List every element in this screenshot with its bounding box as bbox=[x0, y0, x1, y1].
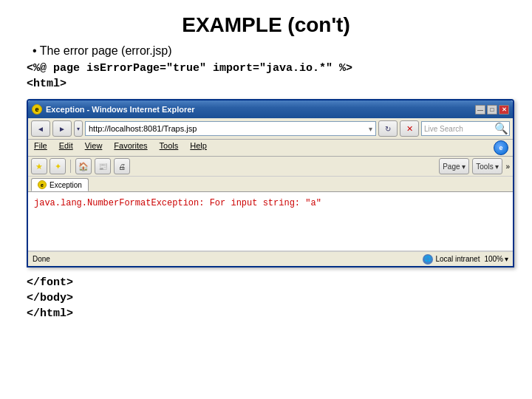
bottom-code-section: </font> </body> </html> bbox=[27, 276, 505, 323]
add-favorites-button[interactable]: ✦ bbox=[50, 158, 66, 174]
browser-window: e Exception - Windows Internet Explorer … bbox=[27, 99, 514, 267]
zoom-indicator[interactable]: 100% ▾ bbox=[484, 255, 508, 263]
code-bottom-2: </body> bbox=[27, 292, 505, 304]
active-tab[interactable]: e Exception bbox=[31, 178, 89, 191]
rss-button[interactable]: 📰 bbox=[95, 158, 111, 174]
menu-tools[interactable]: Tools bbox=[158, 140, 180, 155]
tab-favicon: e bbox=[38, 180, 47, 189]
refresh-button[interactable]: ↻ bbox=[378, 120, 398, 137]
address-text: http://localhost:8081/Traps.jsp bbox=[89, 124, 369, 133]
zone-info: 🌐 Local intranet bbox=[423, 254, 480, 265]
tab-label: Exception bbox=[50, 181, 82, 189]
status-text: Done bbox=[33, 255, 50, 263]
search-bar[interactable]: Live Search 🔍 bbox=[421, 121, 510, 136]
error-message: java.lang.NumberFormatException: For inp… bbox=[34, 198, 507, 208]
menu-bar: File Edit View Favorites Tools Help e bbox=[28, 140, 513, 157]
print-button[interactable]: 🖨 bbox=[114, 158, 130, 174]
home-button[interactable]: 🏠 bbox=[75, 158, 92, 174]
browser-title: e Exception - Windows Internet Explorer bbox=[32, 104, 195, 115]
zone-icon: 🌐 bbox=[423, 254, 433, 265]
more-options-button[interactable]: » bbox=[505, 163, 510, 171]
status-bar: Done 🌐 Local intranet 100% ▾ bbox=[28, 251, 513, 266]
menu-file[interactable]: File bbox=[33, 140, 49, 155]
bullet-1: • The error page (error.jsp) bbox=[33, 44, 505, 58]
search-placeholder: Live Search bbox=[424, 125, 495, 133]
menu-edit[interactable]: Edit bbox=[58, 140, 75, 155]
code-bottom-3: </html> bbox=[27, 307, 505, 320]
maximize-button[interactable]: □ bbox=[487, 105, 497, 115]
menu-favorites[interactable]: Favorites bbox=[112, 140, 149, 155]
menu-help[interactable]: Help bbox=[188, 140, 208, 155]
code-bottom-1: </font> bbox=[27, 276, 505, 289]
code-line-2: <html> bbox=[27, 78, 505, 90]
ie-logo: e bbox=[494, 140, 508, 155]
address-bar[interactable]: http://localhost:8081/Traps.jsp ▾ bbox=[85, 121, 376, 136]
menu-view[interactable]: View bbox=[83, 140, 104, 155]
minimize-button[interactable]: — bbox=[475, 105, 485, 115]
slide-title: EXAMPLE (con't) bbox=[27, 13, 505, 37]
zone-label: Local intranet bbox=[435, 255, 480, 263]
search-go-button[interactable]: 🔍 bbox=[495, 123, 507, 134]
code-line-1: <%@ page isErrorPage="true" import="java… bbox=[27, 62, 505, 75]
browser-favicon: e bbox=[32, 104, 42, 115]
address-toolbar: ◄ ► ▾ http://localhost:8081/Traps.jsp ▾ … bbox=[28, 118, 513, 140]
browser-titlebar: e Exception - Windows Internet Explorer … bbox=[28, 100, 513, 118]
dropdown-button[interactable]: ▾ bbox=[74, 120, 83, 137]
page-button[interactable]: Page ▾ bbox=[439, 158, 469, 174]
favorites-star-button[interactable]: ★ bbox=[31, 158, 47, 174]
back-button[interactable]: ◄ bbox=[31, 120, 50, 137]
zoom-value: 100% bbox=[484, 255, 503, 263]
window-controls: — □ ✕ bbox=[475, 105, 509, 115]
tab-bar: e Exception bbox=[28, 177, 513, 192]
forward-button[interactable]: ► bbox=[52, 120, 72, 137]
browser-content: java.lang.NumberFormatException: For inp… bbox=[28, 192, 513, 251]
address-dropdown-icon[interactable]: ▾ bbox=[369, 125, 372, 133]
stop-button[interactable]: ✕ bbox=[400, 120, 419, 137]
close-button[interactable]: ✕ bbox=[499, 105, 509, 115]
status-right: 🌐 Local intranet 100% ▾ bbox=[423, 254, 508, 265]
zoom-dropdown-icon: ▾ bbox=[505, 255, 508, 263]
nav-toolbar: ★ ✦ 🏠 📰 🖨 Page ▾ Tools ▾ » bbox=[28, 157, 513, 177]
presentation-slide: EXAMPLE (con't) • The error page (error.… bbox=[0, 0, 532, 399]
tools-button[interactable]: Tools ▾ bbox=[472, 158, 502, 174]
